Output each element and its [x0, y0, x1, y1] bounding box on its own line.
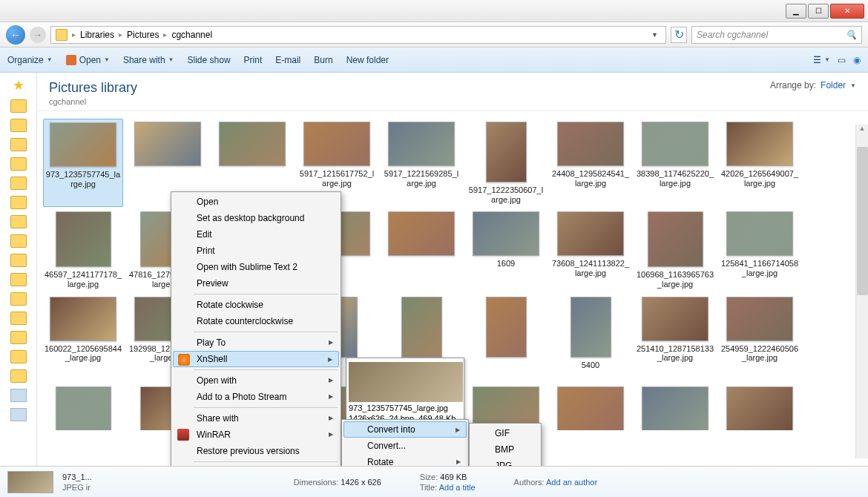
- new-folder-button[interactable]: New folder: [346, 55, 389, 65]
- view-button[interactable]: ☰ ▼: [813, 55, 830, 65]
- menu-item[interactable]: Restore previous versions: [173, 443, 339, 459]
- sidebar-folder[interactable]: [10, 119, 27, 132]
- menu-item[interactable]: Open with: [173, 372, 339, 389]
- sidebar-folder[interactable]: [10, 196, 27, 209]
- sidebar-folder[interactable]: [10, 157, 27, 171]
- thumbnail-image: [134, 122, 201, 166]
- thumbnail-item[interactable]: 254959_1222460506_large.jpg: [720, 294, 800, 382]
- context-menu[interactable]: OpenSet as desktop backgroundEditPrintOp…: [171, 191, 341, 466]
- menu-item[interactable]: Preview: [173, 275, 339, 292]
- sidebar-folder[interactable]: [10, 369, 27, 383]
- sidebar-folder[interactable]: [10, 215, 27, 228]
- menu-item[interactable]: Send to: [173, 464, 339, 466]
- menu-item[interactable]: Print: [173, 243, 339, 259]
- print-button[interactable]: Print: [244, 55, 263, 65]
- thumbnail-item[interactable]: 106968_1163965763_large.jpg: [635, 208, 715, 292]
- thumbnail-item[interactable]: [466, 294, 546, 382]
- convert-into-submenu[interactable]: GIFBMPJPGPCXPNGTIFTGA: [469, 423, 542, 466]
- thumbnail-filename: 24408_1295824541_large.jpg: [552, 169, 629, 188]
- menu-item[interactable]: Share with: [173, 410, 339, 427]
- xnshell-submenu[interactable]: Convert intoConvert...RotateCopy to Clip…: [341, 419, 469, 466]
- email-button[interactable]: E-mail: [275, 55, 300, 65]
- thumbnail-item[interactable]: 24408_1295824541_large.jpg: [550, 119, 631, 207]
- search-input[interactable]: Search cgchannel 🔍: [691, 26, 862, 44]
- menu-item[interactable]: WinRAR: [173, 427, 339, 443]
- menu-item-label: JPG: [495, 461, 512, 466]
- sidebar-folder[interactable]: [10, 99, 27, 113]
- thumbnail-item[interactable]: 38398_1174625220_large.jpg: [635, 119, 715, 207]
- sidebar-item[interactable]: [10, 408, 27, 421]
- sidebar-folder[interactable]: [10, 312, 27, 325]
- sidebar-folder[interactable]: [10, 254, 27, 267]
- thumbnail-item[interactable]: [381, 208, 461, 292]
- sidebar-item[interactable]: [10, 389, 27, 402]
- authors-value[interactable]: Add an author: [546, 478, 597, 487]
- breadcrumb-item[interactable]: Pictures: [127, 30, 159, 40]
- thumbnail-image: [571, 297, 611, 358]
- menu-item[interactable]: Convert into: [343, 421, 467, 438]
- organize-button[interactable]: Organize▼: [7, 55, 53, 65]
- sidebar-folder[interactable]: [10, 234, 27, 248]
- menu-item[interactable]: Play To: [173, 335, 339, 351]
- maximize-button[interactable]: ☐: [808, 4, 829, 19]
- thumbnail-item[interactable]: 257462_1289906142_large.jpg: [43, 384, 123, 430]
- thumbnail-item[interactable]: 5400: [550, 294, 631, 382]
- thumbnail-filename: 73608_1241113822_large.jpg: [552, 259, 629, 277]
- slideshow-button[interactable]: Slide show: [188, 55, 231, 65]
- sidebar-folder[interactable]: [10, 331, 27, 344]
- menu-item[interactable]: BMP: [471, 441, 539, 458]
- burn-button[interactable]: Burn: [314, 55, 332, 65]
- breadcrumb[interactable]: ▸ Libraries ▸ Pictures ▸ cgchannel ▼: [50, 26, 666, 44]
- arrange-value[interactable]: Folder: [821, 80, 846, 90]
- open-button[interactable]: Open▼: [66, 55, 110, 65]
- menu-item[interactable]: Convert...: [343, 438, 467, 454]
- menu-item[interactable]: Open: [173, 194, 339, 210]
- chevron-down-icon[interactable]: ▼: [648, 31, 661, 39]
- vertical-scrollbar[interactable]: ▲: [855, 125, 868, 458]
- sidebar-folder[interactable]: [10, 292, 27, 306]
- sidebar-folder[interactable]: [10, 273, 27, 286]
- favorites-icon[interactable]: ★: [13, 77, 24, 93]
- breadcrumb-item[interactable]: cgchannel: [171, 30, 212, 40]
- thumbnail-item[interactable]: 5917_1221569285_large.jpg: [381, 119, 461, 207]
- title-value[interactable]: Add a title: [439, 483, 476, 492]
- help-button[interactable]: ◉: [853, 55, 861, 65]
- forward-button[interactable]: →: [30, 27, 46, 43]
- minimize-button[interactable]: ▁: [786, 4, 806, 19]
- scrollbar-thumb[interactable]: [857, 147, 868, 295]
- close-button[interactable]: ✕: [830, 4, 864, 19]
- sidebar-folder[interactable]: [10, 177, 27, 190]
- arrange-by[interactable]: Arrange by: Folder ▼: [770, 80, 856, 90]
- thumbnail-item[interactable]: [720, 384, 800, 430]
- thumbnail-item[interactable]: 42026_1265649007_large.jpg: [720, 119, 800, 207]
- menu-item[interactable]: XnShell: [173, 351, 339, 367]
- menu-item[interactable]: Edit: [173, 226, 339, 243]
- thumbnail-item[interactable]: 973_1235757745_large.jpg: [43, 119, 123, 207]
- sidebar-folder[interactable]: [10, 138, 27, 151]
- sidebar-folder[interactable]: [10, 350, 27, 363]
- thumbnail-item[interactable]: 125841_1166714058_large.jpg: [720, 208, 800, 292]
- menu-item[interactable]: Rotate: [343, 454, 467, 466]
- thumbnail-item[interactable]: 160022_1205695844_large.jpg: [43, 294, 123, 382]
- menu-item-label: Convert into: [367, 424, 415, 435]
- menu-item[interactable]: Open with Sublime Text 2: [173, 259, 339, 275]
- thumbnail-item[interactable]: 5917_1222350607_large.jpg: [466, 119, 546, 207]
- thumbnail-item[interactable]: 251410_1287158133_large.jpg: [635, 294, 715, 382]
- back-button[interactable]: ←: [6, 25, 25, 45]
- authors-label: Authors:: [514, 478, 545, 487]
- share-with-button[interactable]: Share with▼: [123, 55, 174, 65]
- menu-item[interactable]: Rotate counterclockwise: [173, 313, 339, 329]
- thumbnail-item[interactable]: 1609: [466, 208, 546, 292]
- menu-item[interactable]: Set as desktop background: [173, 210, 339, 226]
- refresh-button[interactable]: ↻: [671, 27, 687, 43]
- breadcrumb-item[interactable]: Libraries: [80, 30, 114, 40]
- preview-pane-button[interactable]: ▭: [838, 55, 846, 65]
- menu-item[interactable]: Rotate clockwise: [173, 297, 339, 313]
- menu-item[interactable]: Add to a Photo Stream: [173, 389, 339, 405]
- menu-item[interactable]: GIF: [471, 425, 539, 441]
- thumbnail-item[interactable]: [635, 384, 715, 430]
- thumbnail-item[interactable]: [550, 384, 631, 430]
- menu-item[interactable]: JPG: [471, 458, 539, 466]
- thumbnail-item[interactable]: 73608_1241113822_large.jpg: [550, 208, 631, 292]
- thumbnail-item[interactable]: 46597_1241177178_large.jpg: [43, 208, 123, 292]
